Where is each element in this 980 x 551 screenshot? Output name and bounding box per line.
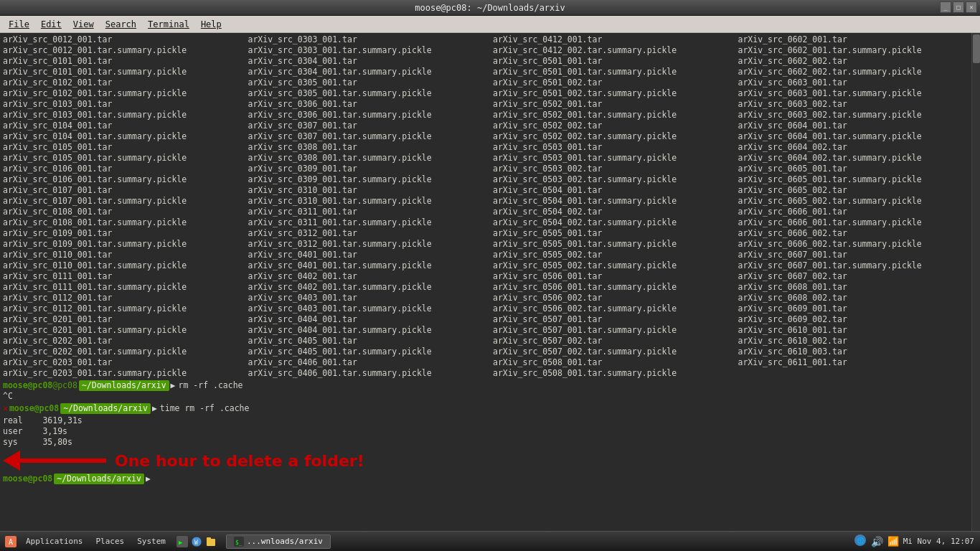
taskbar-icon-files[interactable] [204, 535, 217, 548]
file-item: arXiv_src_0201_001.tar.summary.pickle [3, 325, 242, 336]
prompt3-path: ~/Downloads/arxiv [54, 474, 144, 484]
taskbar-icon-terminal[interactable]: ▶ [176, 535, 189, 548]
file-item: arXiv_src_0602_002.tar [738, 56, 978, 67]
window-title: moose@pc08: ~/Downloads/arxiv [415, 3, 565, 13]
file-item: arXiv_src_0311_001.tar.summary.pickle [248, 217, 488, 228]
menu-edit[interactable]: Edit [35, 18, 67, 31]
file-item: arXiv_src_0505_002.tar.summary.pickle [493, 260, 732, 271]
active-window-title: ...wnloads/arxiv [247, 537, 323, 546]
svg-rect-7 [207, 537, 211, 540]
file-item: arXiv_src_0406_001.tar.summary.pickle [248, 368, 488, 379]
file-item: arXiv_src_0607_001.tar.summary.pickle [738, 260, 978, 271]
file-item: arXiv_src_0405_001.tar.summary.pickle [248, 347, 488, 357]
svg-text:🌐: 🌐 [856, 537, 864, 545]
file-item: arXiv_src_0605_002.tar [738, 185, 978, 196]
maximize-button[interactable]: □ [953, 1, 964, 13]
file-item: arXiv_src_0406_001.tar [248, 357, 488, 368]
prompt-line-2: ✕ moose@pc08 ~/Downloads/arxiv ▶ time rm… [3, 403, 977, 414]
file-item: arXiv_src_0610_002.tar [738, 336, 978, 347]
file-item: arXiv_src_0307_001.tar [248, 121, 488, 131]
file-item: arXiv_src_0606_002.tar [738, 228, 978, 239]
file-item: arXiv_src_0504_002.tar.summary.pickle [493, 217, 732, 228]
file-item: arXiv_src_0105_001.tar.summary.pickle [3, 153, 242, 164]
scrollbar[interactable] [971, 33, 980, 531]
file-item: arXiv_src_0310_001.tar.summary.pickle [248, 196, 488, 207]
file-item: arXiv_src_0604_001.tar.summary.pickle [738, 131, 978, 142]
file-item: arXiv_src_0502_002.tar.summary.pickle [493, 131, 732, 142]
file-item: arXiv_src_0603_002.tar.summary.pickle [738, 110, 978, 121]
taskbar-system[interactable]: System [131, 535, 171, 547]
file-item: arXiv_src_0312_001.tar [248, 228, 488, 239]
file-item: arXiv_src_0506_001.tar [493, 271, 732, 282]
file-item: arXiv_src_0603_001.tar [738, 77, 978, 88]
file-item: arXiv_src_0401_001.tar.summary.pickle [248, 260, 488, 271]
file-item: arXiv_src_0602_001.tar [738, 34, 978, 45]
file-item: arXiv_src_0403_001.tar [248, 293, 488, 303]
timing-user: user 3,19s [3, 426, 977, 437]
scrollbar-thumb[interactable] [973, 34, 980, 63]
file-item: arXiv_src_0611_001.tar [738, 357, 978, 368]
prompt-line-3: moose@pc08 ~/Downloads/arxiv ▶ [3, 474, 977, 484]
file-item [738, 368, 978, 379]
file-item: arXiv_src_0103_001.tar [3, 99, 242, 110]
file-item: arXiv_src_0502_002.tar [493, 121, 732, 131]
file-item: arXiv_src_0505_001.tar.summary.pickle [493, 239, 732, 250]
file-item: arXiv_src_0201_001.tar [3, 314, 242, 325]
menubar: File Edit View Search Terminal Help [0, 16, 980, 33]
file-item: arXiv_src_0507_001.tar.summary.pickle [493, 325, 732, 336]
file-item: arXiv_src_0503_001.tar.summary.pickle [493, 153, 732, 164]
timing-section: real 3619,31s user 3,19s sys 35,80s [3, 415, 977, 448]
taskbar-icon-browser[interactable]: W [190, 535, 203, 548]
file-item: arXiv_src_0508_001.tar.summary.pickle [493, 368, 732, 379]
file-item: arXiv_src_0506_002.tar.summary.pickle [493, 303, 732, 314]
svg-text:A: A [9, 538, 13, 546]
prompt2-cmd: time rm -rf .cache [160, 403, 250, 414]
timing-real: real 3619,31s [3, 415, 977, 426]
taskbar-active-window[interactable]: $_ ...wnloads/arxiv [226, 534, 331, 549]
file-item: arXiv_src_0507_002.tar.summary.pickle [493, 347, 732, 357]
file-item: arXiv_src_0602_002.tar.summary.pickle [738, 67, 978, 77]
file-item: arXiv_src_0507_002.tar [493, 336, 732, 347]
menu-terminal[interactable]: Terminal [142, 18, 195, 31]
taskbar-applications[interactable]: Applications [20, 535, 88, 547]
file-item: arXiv_src_0303_001.tar [248, 34, 488, 45]
file-item: arXiv_src_0303_001.tar.summary.pickle [248, 45, 488, 56]
file-item: arXiv_src_0503_002.tar [493, 164, 732, 174]
file-item: arXiv_src_0501_002.tar.summary.pickle [493, 88, 732, 99]
svg-text:$_: $_ [235, 540, 242, 546]
file-item: arXiv_src_0109_001.tar.summary.pickle [3, 239, 242, 250]
speaker-icon[interactable]: 🔊 [871, 536, 883, 547]
file-item: arXiv_src_0603_002.tar [738, 99, 978, 110]
file-item: arXiv_src_0405_001.tar [248, 336, 488, 347]
window-controls[interactable]: _ □ ✕ [940, 1, 977, 13]
file-item: arXiv_src_0501_001.tar.summary.pickle [493, 67, 732, 77]
svg-text:▶: ▶ [179, 539, 183, 546]
file-item: arXiv_src_0602_001.tar.summary.pickle [738, 45, 978, 56]
file-item: arXiv_src_0506_002.tar [493, 293, 732, 303]
taskbar-places[interactable]: Places [90, 535, 130, 547]
network-icon[interactable]: 🌐 [854, 534, 867, 549]
file-item: arXiv_src_0101_001.tar.summary.pickle [3, 67, 242, 77]
prompt1-path: ~/Downloads/arxiv [79, 380, 169, 391]
file-item: arXiv_src_0506_001.tar.summary.pickle [493, 282, 732, 293]
prompt1-arrow: ▶ [171, 380, 176, 391]
file-item: arXiv_src_0103_001.tar.summary.pickle [3, 110, 242, 121]
file-item: arXiv_src_0112_001.tar [3, 293, 242, 303]
file-item: arXiv_src_0505_001.tar [493, 228, 732, 239]
menu-help[interactable]: Help [195, 18, 227, 31]
terminal[interactable]: arXiv_src_0012_001.tararXiv_src_0303_001… [0, 33, 980, 531]
menu-search[interactable]: Search [100, 18, 142, 31]
menu-file[interactable]: File [3, 18, 35, 31]
file-item: arXiv_src_0112_001.tar.summary.pickle [3, 303, 242, 314]
prompt-line-1: moose@pc08 @pc08 ~/Downloads/arxiv ▶ rm … [3, 380, 977, 391]
close-button[interactable]: ✕ [966, 1, 977, 13]
minimize-button[interactable]: _ [940, 1, 951, 13]
file-item: arXiv_src_0605_002.tar.summary.pickle [738, 196, 978, 207]
file-item: arXiv_src_0503_002.tar.summary.pickle [493, 174, 732, 185]
file-item: arXiv_src_0304_001.tar [248, 56, 488, 67]
file-item: arXiv_src_0504_002.tar [493, 207, 732, 217]
menu-view[interactable]: View [67, 18, 100, 31]
file-item: arXiv_src_0310_001.tar [248, 185, 488, 196]
file-item: arXiv_src_0203_001.tar.summary.pickle [3, 368, 242, 379]
file-item: arXiv_src_0501_002.tar [493, 77, 732, 88]
